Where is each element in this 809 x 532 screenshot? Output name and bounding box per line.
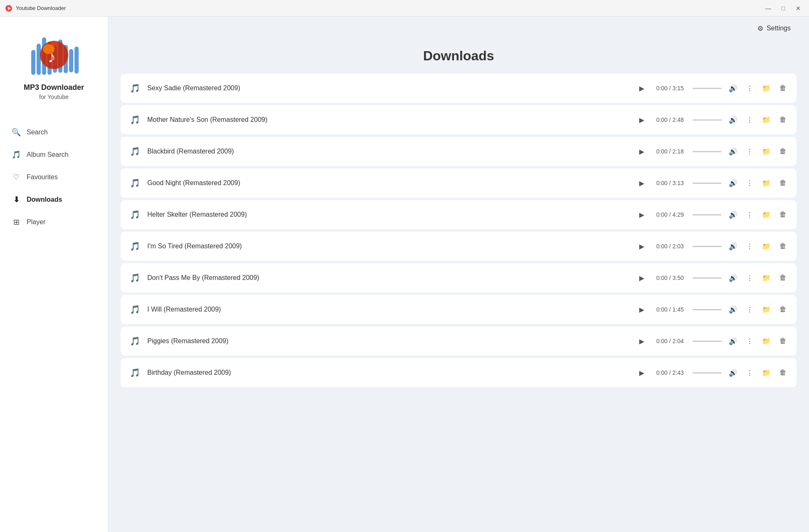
volume-button[interactable]: 🔊 [727, 179, 738, 188]
open-folder-button[interactable]: 📁 [761, 84, 772, 93]
time-display: 0:00 / 3:13 [653, 180, 687, 186]
progress-bar[interactable] [692, 88, 722, 89]
open-folder-button[interactable]: 📁 [761, 116, 772, 124]
volume-button[interactable]: 🔊 [727, 84, 738, 93]
more-options-button[interactable]: ⋮ [744, 84, 755, 93]
time-display: 0:00 / 3:15 [653, 85, 687, 92]
settings-label: Settings [767, 25, 791, 32]
play-button[interactable]: ▶ [636, 177, 648, 189]
volume-button[interactable]: 🔊 [727, 369, 738, 377]
delete-button[interactable]: 🗑 [777, 116, 788, 124]
sidebar-item-album-search[interactable]: 🎵 Album Search [0, 144, 108, 166]
progress-bar[interactable] [692, 119, 722, 121]
progress-bar[interactable] [692, 277, 722, 279]
sidebar-item-favourites[interactable]: ♡ Favourites [0, 166, 108, 188]
minimize-button[interactable]: — [762, 2, 774, 14]
play-button[interactable]: ▶ [636, 272, 648, 284]
window-controls: — □ ✕ [762, 2, 804, 14]
close-button[interactable]: ✕ [792, 2, 804, 14]
delete-button[interactable]: 🗑 [777, 210, 788, 219]
settings-button[interactable]: ⚙ Settings [752, 21, 797, 36]
progress-bar[interactable] [692, 372, 722, 374]
app-icon [5, 5, 12, 12]
more-options-button[interactable]: ⋮ [744, 147, 755, 156]
track-title: Mother Nature's Son (Remastered 2009) [147, 116, 629, 124]
progress-bar[interactable] [692, 246, 722, 247]
track-item-2: 🎵 Mother Nature's Son (Remastered 2009) … [121, 105, 797, 134]
track-item-4: 🎵 Good Night (Remastered 2009) ▶ 0:00 / … [121, 168, 797, 198]
volume-button[interactable]: 🔊 [727, 242, 738, 251]
track-controls: ▶ 0:00 / 2:48 🔊 ⋮ 📁 🗑 [636, 114, 788, 126]
volume-button[interactable]: 🔊 [727, 274, 738, 282]
open-folder-button[interactable]: 📁 [761, 274, 772, 282]
more-options-button[interactable]: ⋮ [744, 179, 755, 188]
more-options-button[interactable]: ⋮ [744, 242, 755, 251]
more-options-button[interactable]: ⋮ [744, 274, 755, 282]
more-options-button[interactable]: ⋮ [744, 305, 755, 314]
track-controls: ▶ 0:00 / 4:29 🔊 ⋮ 📁 🗑 [636, 209, 788, 220]
window-title: Youtube Downloader [16, 5, 762, 11]
open-folder-button[interactable]: 📁 [761, 369, 772, 377]
more-options-button[interactable]: ⋮ [744, 369, 755, 377]
delete-button[interactable]: 🗑 [777, 84, 788, 92]
progress-bar[interactable] [692, 309, 722, 310]
progress-bar[interactable] [692, 341, 722, 342]
sidebar-item-downloads[interactable]: ⬇ Downloads [0, 188, 108, 211]
track-title: Blackbird (Remastered 2009) [147, 148, 629, 155]
play-button[interactable]: ▶ [636, 335, 648, 347]
track-item-1: 🎵 Sexy Sadie (Remastered 2009) ▶ 0:00 / … [121, 74, 797, 103]
track-controls: ▶ 0:00 / 3:15 🔊 ⋮ 📁 🗑 [636, 82, 788, 94]
play-button[interactable]: ▶ [636, 304, 648, 315]
volume-button[interactable]: 🔊 [727, 337, 738, 346]
play-button[interactable]: ▶ [636, 82, 648, 94]
open-folder-button[interactable]: 📁 [761, 179, 772, 188]
play-button[interactable]: ▶ [636, 146, 648, 157]
delete-button[interactable]: 🗑 [777, 242, 788, 250]
volume-button[interactable]: 🔊 [727, 305, 738, 314]
delete-button[interactable]: 🗑 [777, 179, 788, 187]
maximize-button[interactable]: □ [777, 2, 789, 14]
progress-bar[interactable] [692, 151, 722, 152]
open-folder-button[interactable]: 📁 [761, 210, 772, 219]
open-folder-button[interactable]: 📁 [761, 242, 772, 251]
track-item-10: 🎵 Birthday (Remastered 2009) ▶ 0:00 / 2:… [121, 358, 797, 387]
open-folder-button[interactable]: 📁 [761, 337, 772, 346]
track-title: I Will (Remastered 2009) [147, 306, 629, 313]
play-button[interactable]: ▶ [636, 209, 648, 220]
svg-text:♪: ♪ [48, 48, 56, 66]
time-display: 0:00 / 2:48 [653, 116, 687, 123]
track-controls: ▶ 0:00 / 1:45 🔊 ⋮ 📁 🗑 [636, 304, 788, 315]
delete-button[interactable]: 🗑 [777, 337, 788, 345]
open-folder-button[interactable]: 📁 [761, 147, 772, 156]
track-item-8: 🎵 I Will (Remastered 2009) ▶ 0:00 / 1:45… [121, 295, 797, 324]
more-options-button[interactable]: ⋮ [744, 210, 755, 219]
music-note-icon: 🎵 [129, 178, 141, 188]
sidebar-item-player[interactable]: ⊞ Player [0, 211, 108, 233]
delete-button[interactable]: 🗑 [777, 274, 788, 282]
delete-button[interactable]: 🗑 [777, 305, 788, 314]
open-folder-button[interactable]: 📁 [761, 305, 772, 314]
track-controls: ▶ 0:00 / 2:18 🔊 ⋮ 📁 🗑 [636, 146, 788, 157]
progress-bar[interactable] [692, 214, 722, 215]
play-button[interactable]: ▶ [636, 367, 648, 379]
volume-button[interactable]: 🔊 [727, 147, 738, 156]
play-button[interactable]: ▶ [636, 114, 648, 126]
track-item-3: 🎵 Blackbird (Remastered 2009) ▶ 0:00 / 2… [121, 137, 797, 166]
progress-bar[interactable] [692, 183, 722, 184]
play-button[interactable]: ▶ [636, 240, 648, 252]
delete-button[interactable]: 🗑 [777, 369, 788, 377]
nav-list: 🔍 Search 🎵 Album Search ♡ Favourites ⬇ D… [0, 121, 108, 233]
downloads-icon: ⬇ [12, 195, 21, 204]
sidebar-item-search[interactable]: 🔍 Search [0, 121, 108, 144]
svg-rect-10 [74, 47, 79, 74]
more-options-button[interactable]: ⋮ [744, 116, 755, 124]
track-list: 🎵 Sexy Sadie (Remastered 2009) ▶ 0:00 / … [121, 74, 797, 387]
delete-button[interactable]: 🗑 [777, 147, 788, 156]
music-note-icon: 🎵 [129, 146, 141, 156]
volume-button[interactable]: 🔊 [727, 116, 738, 124]
time-display: 0:00 / 2:43 [653, 369, 687, 376]
time-display: 0:00 / 2:18 [653, 148, 687, 155]
more-options-button[interactable]: ⋮ [744, 337, 755, 346]
volume-button[interactable]: 🔊 [727, 210, 738, 219]
track-item-9: 🎵 Piggies (Remastered 2009) ▶ 0:00 / 2:0… [121, 327, 797, 356]
